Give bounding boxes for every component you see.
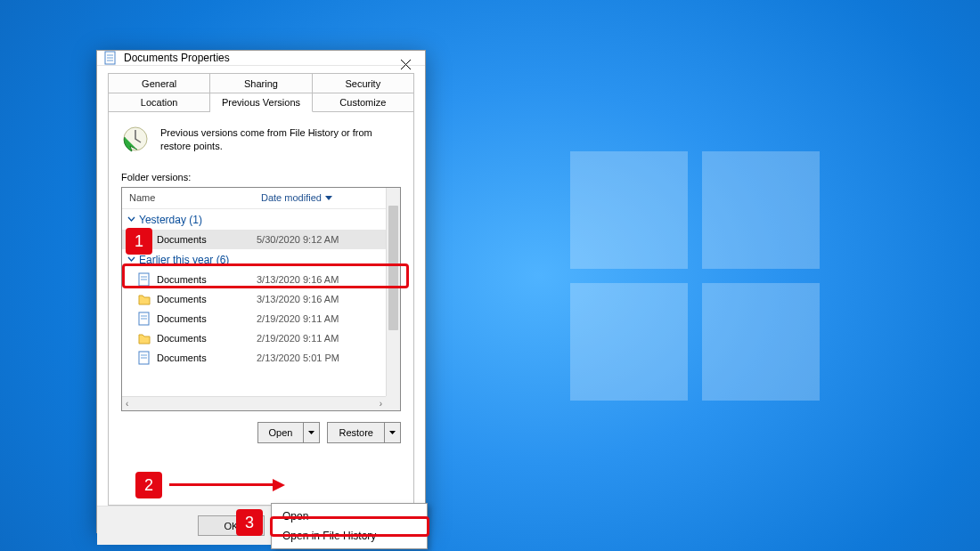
chevron-down-icon — [127, 255, 135, 263]
open-split-button[interactable]: Open — [257, 422, 321, 443]
folder-icon — [138, 331, 151, 344]
document-icon — [104, 51, 117, 65]
version-row[interactable]: Documents 2/19/2020 9:11 AM — [122, 328, 386, 348]
chevron-down-icon — [127, 215, 135, 223]
info-text: Previous versions come from File History… — [160, 125, 401, 154]
properties-dialog: Documents Properties General Sharing Sec… — [96, 50, 426, 533]
column-date-modified[interactable]: Date modified — [254, 188, 400, 208]
annotation-arrow-2-head — [273, 479, 285, 491]
horizontal-scrollbar[interactable]: ‹› — [122, 396, 386, 410]
tab-location[interactable]: Location — [108, 93, 210, 112]
folder-icon — [138, 292, 151, 305]
window-title: Documents Properties — [124, 52, 230, 64]
close-icon — [401, 60, 411, 69]
document-icon — [138, 351, 151, 364]
open-button[interactable]: Open — [257, 422, 305, 443]
tab-panel: Previous versions come from File History… — [108, 111, 414, 506]
tab-customize[interactable]: Customize — [313, 93, 414, 112]
annotation-badge-2: 2 — [135, 472, 162, 498]
version-name: Documents — [157, 352, 257, 363]
group-yesterday[interactable]: Yesterday (1) — [122, 209, 386, 230]
version-row[interactable]: Documents 3/13/2020 9:16 AM — [122, 289, 386, 309]
folder-versions-label: Folder versions: — [121, 172, 401, 182]
version-row[interactable]: Documents 2/13/2020 5:01 PM — [122, 348, 386, 368]
version-row[interactable]: Documents 5/30/2020 9:12 AM — [122, 230, 386, 249]
open-dropdown-button[interactable] — [304, 422, 320, 443]
column-date-label: Date modified — [261, 192, 322, 203]
version-date: 3/13/2020 9:16 AM — [257, 294, 339, 304]
annotation-badge-3: 3 — [236, 509, 263, 536]
version-date: 5/30/2020 9:12 AM — [257, 234, 339, 245]
restore-dropdown-button[interactable] — [385, 422, 401, 443]
column-name[interactable]: Name — [122, 188, 254, 208]
listview-header: Name Date modified — [122, 188, 400, 209]
scroll-corner — [386, 396, 400, 410]
version-date: 2/19/2020 9:11 AM — [257, 333, 339, 344]
windows-logo — [570, 151, 820, 401]
tab-security[interactable]: Security — [313, 73, 414, 93]
titlebar[interactable]: Documents Properties — [97, 51, 425, 66]
vertical-scrollbar[interactable] — [386, 188, 400, 396]
annotation-arrow-2-line — [169, 483, 274, 486]
version-name: Documents — [157, 294, 257, 304]
listview-body: Yesterday (1) Documents 5/30/2020 9:12 A… — [122, 209, 386, 396]
annotation-badge-1: 1 — [126, 228, 152, 255]
group-title: Yesterday (1) — [139, 214, 202, 226]
tab-previous-versions[interactable]: Previous Versions — [210, 93, 312, 112]
version-name: Documents — [157, 234, 257, 245]
version-date: 2/13/2020 5:01 PM — [257, 352, 339, 363]
annotation-box-1 — [122, 263, 409, 288]
version-date: 2/19/2020 9:11 AM — [257, 313, 339, 324]
caret-down-icon — [308, 431, 314, 434]
version-row[interactable]: Documents 2/19/2020 9:11 AM — [122, 309, 386, 328]
annotation-box-3 — [270, 516, 429, 537]
version-name: Documents — [157, 333, 257, 344]
history-clock-icon — [121, 125, 150, 153]
document-icon — [138, 312, 151, 325]
tab-general[interactable]: General — [108, 73, 210, 93]
version-name: Documents — [157, 313, 257, 324]
sort-caret-icon — [325, 196, 332, 200]
restore-button[interactable]: Restore — [327, 422, 385, 443]
versions-listview[interactable]: Name Date modified Yesterday (1) Documen… — [121, 187, 401, 411]
tab-sharing[interactable]: Sharing — [210, 73, 312, 93]
caret-down-icon — [389, 431, 396, 434]
restore-split-button[interactable]: Restore — [327, 422, 401, 443]
